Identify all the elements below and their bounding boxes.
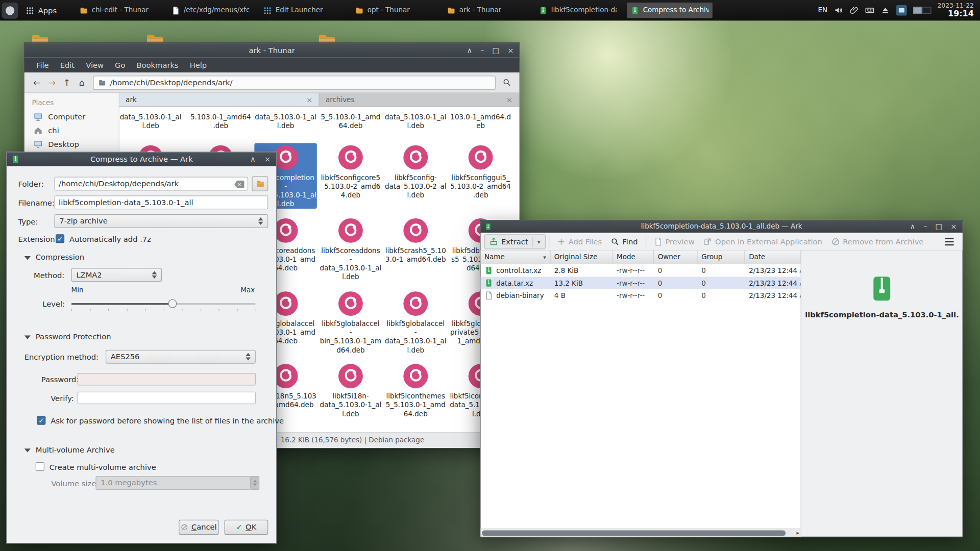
file-item[interactable]: libkf5crash5_5.103.0-1_amd64.deb <box>384 216 447 264</box>
maximize-button[interactable]: □ <box>491 46 501 54</box>
menu-edit[interactable]: Edit <box>55 59 81 71</box>
taskbar-button-opt-thunar[interactable]: opt - Thunar <box>351 3 437 18</box>
clipboard-icon[interactable] <box>849 6 859 15</box>
archive-row-control-tar-xz[interactable]: control.tar.xz2.8 KiB-rw-r--r--002/13/23… <box>481 264 801 277</box>
browse-folder-button[interactable] <box>252 176 268 191</box>
extension-checkbox[interactable]: ✓ <box>56 234 64 243</box>
file-item[interactable]: data_5.103.0-1_all.deb <box>384 113 447 131</box>
scroll-right-icon[interactable]: ▸ <box>797 530 800 536</box>
file-item[interactable]: data_5.103.0-1_all.deb <box>254 113 316 131</box>
file-item[interactable]: 103.0-1_amd64.deb <box>449 113 511 131</box>
tray-app-icon[interactable] <box>896 5 907 16</box>
workspace-1[interactable] <box>913 7 922 13</box>
column-header-original-size[interactable]: Original Size <box>550 251 612 264</box>
file-item[interactable]: libkf5i18n-data_5.103.0-1_all.deb <box>320 362 382 418</box>
column-header-owner[interactable]: Owner <box>654 251 698 264</box>
ark-toolbar-preview[interactable]: Preview <box>649 235 699 247</box>
ark-toolbar-remove-from-archive[interactable]: Remove from Archive <box>826 235 928 247</box>
password-input[interactable] <box>78 373 256 385</box>
menu-bookmarks[interactable]: Bookmarks <box>131 59 184 71</box>
clock[interactable]: 2023-11-22 19:14 <box>938 2 976 18</box>
ark-toolbar-extract[interactable]: Extract▾ <box>484 234 545 249</box>
dialog-titlebar[interactable]: Compress to Archive — Ark ∧ × <box>7 153 276 166</box>
filename-input[interactable] <box>55 195 268 209</box>
file-item[interactable]: 5.103.0-1_amd64.deb <box>189 113 252 131</box>
thunar-titlebar[interactable]: ark - Thunar ∧ – □ × <box>24 43 520 58</box>
file-item[interactable]: libkf5globalaccel-data_5.103.0-1_all.deb <box>384 289 447 355</box>
file-item[interactable]: libkf5configgui5_5.103.0-2_amd64.deb <box>449 143 511 199</box>
tab-close-icon[interactable]: × <box>506 95 512 104</box>
file-item[interactable]: 5_5.103.0-1_amd64.deb <box>320 113 382 131</box>
tab-ark[interactable]: ark× <box>119 93 320 106</box>
horizontal-scrollbar[interactable]: ▸ <box>481 529 801 537</box>
collapse-arrow-icon[interactable] <box>24 448 31 452</box>
menu-view[interactable]: View <box>80 59 109 71</box>
compression-section-header[interactable]: Compression <box>36 253 84 262</box>
folder-field[interactable]: /home/chi/Desktop/depends/ark <box>55 177 249 191</box>
menu-hamburger-icon[interactable] <box>940 235 959 247</box>
search-button[interactable] <box>499 75 514 90</box>
archive-row-debian-binary[interactable]: debian-binary4 B-rw-r--r--002/13/23 12:4… <box>481 289 801 302</box>
encryption-dropdown[interactable]: AES256 <box>106 350 256 364</box>
column-header-date[interactable]: Date <box>745 251 801 264</box>
workspace-switcher[interactable] <box>913 7 932 13</box>
workspace-2[interactable] <box>922 7 931 13</box>
file-item[interactable]: libkf5coreaddons-data_5.103.0-1_all.deb <box>320 216 382 282</box>
chevron-down-icon[interactable]: ▾ <box>537 238 541 244</box>
ark-toolbar-add-files[interactable]: Add Files <box>552 235 606 247</box>
forward-button[interactable]: → <box>44 75 59 90</box>
tab-close-icon[interactable]: × <box>306 95 312 104</box>
archive-row-data-tar-xz[interactable]: data.tar.xz13.2 KiB-rw-r--r--002/13/23 1… <box>481 277 801 289</box>
ask-password-checkbox[interactable]: ✓ <box>37 416 45 425</box>
sidebar-item-chi[interactable]: chi <box>24 123 119 137</box>
maximize-button[interactable]: □ <box>934 223 944 231</box>
multivolume-section-header[interactable]: Multi-volume Archive <box>36 445 115 454</box>
cancel-button[interactable]: Cancel <box>179 520 218 535</box>
method-dropdown[interactable]: LZMA2 <box>71 268 162 282</box>
type-dropdown[interactable]: 7-zip archive <box>55 214 268 228</box>
minimize-button[interactable]: – <box>922 223 929 231</box>
file-item[interactable]: libkf5globalaccel-bin_5.103.0-1_amd64.de… <box>320 289 382 355</box>
sidebar-item-computer[interactable]: Computer <box>24 110 119 124</box>
menu-help[interactable]: Help <box>184 59 213 71</box>
ok-button[interactable]: ✓ OK <box>225 520 268 535</box>
menu-go[interactable]: Go <box>109 59 131 71</box>
path-bar[interactable]: /home/chi/Desktop/depends/ark/ <box>93 76 496 90</box>
shade-button[interactable]: ∧ <box>908 223 917 231</box>
eject-icon[interactable] <box>880 6 890 15</box>
taskbar-button-edit-launcher[interactable]: Edit Launcher <box>259 3 345 18</box>
tab-archives[interactable]: archives× <box>320 93 520 106</box>
multivolume-checkbox[interactable] <box>36 462 44 471</box>
file-item[interactable]: libkf5configcore5_5.103.0-2_amd64.deb <box>320 143 382 199</box>
volume-icon[interactable] <box>834 6 843 15</box>
menu-file[interactable]: File <box>31 59 55 71</box>
password-section-header[interactable]: Password Protection <box>36 332 111 341</box>
level-slider-handle[interactable] <box>168 299 177 308</box>
distro-logo-icon[interactable] <box>2 2 18 18</box>
file-item[interactable]: libkf5config-data_5.103.0-2_all.deb <box>384 143 447 199</box>
up-button[interactable]: ↑ <box>59 75 74 90</box>
column-header-name[interactable]: Name▾ <box>481 251 551 264</box>
column-header-group[interactable]: Group <box>698 251 745 264</box>
ark-titlebar[interactable]: libkf5completion-data_5.103.0-1_all.deb … <box>481 220 963 233</box>
shade-button[interactable]: ∧ <box>248 156 257 163</box>
back-button[interactable]: ← <box>30 75 44 90</box>
collapse-arrow-icon[interactable] <box>24 256 31 260</box>
shade-button[interactable]: ∧ <box>465 46 474 54</box>
taskbar-button-compress-to-archive[interactable]: Compress to Archive ... <box>627 3 713 18</box>
taskbar-button-libkf5completion-dat[interactable]: libkf5completion-dat... <box>535 3 621 18</box>
file-item[interactable]: data_5.103.0-1_all.deb <box>119 113 182 131</box>
sidebar-item-desktop[interactable]: Desktop <box>24 137 119 151</box>
home-button[interactable]: ⌂ <box>75 75 89 90</box>
apps-menu-button[interactable]: Apps <box>20 4 61 17</box>
scrollbar-thumb[interactable] <box>482 531 786 536</box>
taskbar-button-ark-thunar[interactable]: ark - Thunar <box>443 3 529 18</box>
taskbar-button-etc-xdg-menus-xfce[interactable]: /etc/xdg/menus/xfce-... <box>167 3 253 18</box>
collapse-arrow-icon[interactable] <box>24 336 31 339</box>
taskbar-button-chi-edit-thunar[interactable]: chi-edit - Thunar <box>76 3 161 18</box>
close-button[interactable]: × <box>506 46 516 54</box>
minimize-button[interactable]: – <box>478 46 486 54</box>
verify-input[interactable] <box>78 392 256 404</box>
ark-toolbar-find[interactable]: Find <box>606 235 643 247</box>
keyboard-icon[interactable] <box>865 6 874 15</box>
